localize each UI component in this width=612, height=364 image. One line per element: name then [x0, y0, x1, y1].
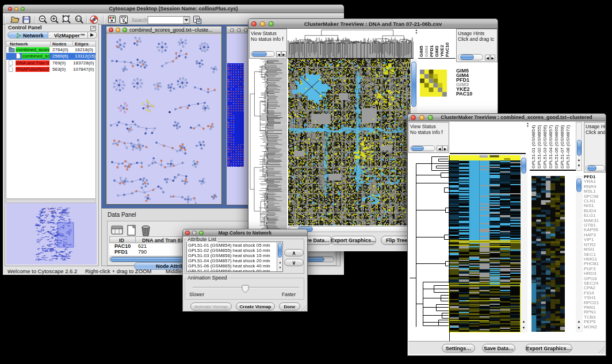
- svg-text:Search:: Search:: [132, 17, 148, 23]
- svg-text:1:1: 1:1: [76, 17, 81, 21]
